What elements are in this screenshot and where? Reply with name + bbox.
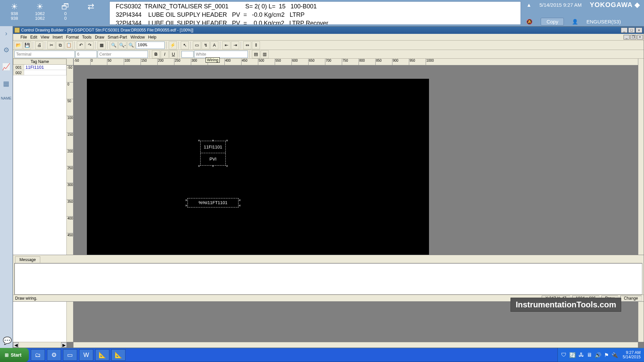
copy-icon[interactable]: ⧉ — [56, 41, 64, 49]
window-title: Control Drawing Builder - [Pjt:GSPCOGT S… — [21, 28, 193, 33]
monitor-icon[interactable]: 🖥 — [587, 352, 592, 358]
task-drawing-1[interactable]: 📐 — [95, 349, 109, 361]
menu-help[interactable]: Help — [148, 35, 157, 40]
tuning-icon[interactable]: ⚙ — [3, 46, 9, 54]
shield-icon[interactable]: 🛡 — [561, 352, 567, 358]
handle-icon[interactable]: × — [198, 138, 200, 142]
line-color-combo[interactable] — [194, 51, 248, 58]
handle-icon[interactable]: × — [212, 138, 214, 142]
menu-tools[interactable]: Tools — [82, 35, 92, 40]
dcs-pod-0[interactable]: ☀ 938 938 — [4, 2, 25, 24]
handle-icon[interactable]: × — [212, 164, 214, 168]
volume-icon[interactable]: 🔊 — [595, 352, 601, 358]
handle-icon[interactable]: × — [226, 164, 228, 168]
menu-edit[interactable]: Edit — [30, 35, 37, 40]
italic-icon[interactable]: I — [161, 50, 169, 58]
font-combo[interactable] — [14, 51, 75, 58]
size-combo[interactable] — [75, 51, 97, 58]
flag-icon[interactable]: ⚑ — [604, 352, 609, 358]
text-icon[interactable]: A — [210, 41, 218, 49]
chevron-right-icon[interactable]: › — [5, 29, 7, 37]
scroll-left-icon[interactable]: ◀ — [13, 342, 19, 348]
menu-draw[interactable]: Draw — [95, 35, 104, 40]
sheet-icon[interactable]: ▥ — [261, 50, 269, 58]
align-left-icon[interactable]: ⇤ — [222, 41, 230, 49]
tooltip: Wiring — [206, 57, 220, 63]
io-block[interactable]: %%I11FT1101 × × × × — [187, 198, 238, 207]
menu-file[interactable]: File — [20, 35, 27, 40]
menu-format[interactable]: Format — [66, 35, 79, 40]
grid-toggle-icon[interactable]: ▦ — [98, 41, 106, 49]
message-tab[interactable]: Message — [15, 256, 40, 263]
handle-icon[interactable]: × — [198, 164, 200, 168]
tag-panel: Tag Name 001 11FI1101 002 ◀ ▶ — [13, 59, 67, 348]
zoom-out-icon[interactable]: 🔍- — [118, 41, 126, 49]
pointer-icon[interactable]: ↖ — [181, 41, 189, 49]
zoom-fit-icon[interactable]: 🔍= — [127, 41, 135, 49]
underline-icon[interactable]: U — [169, 50, 177, 58]
function-block-pvi[interactable]: 11FI1101 PVI × × × × × × — [200, 141, 226, 166]
close-button[interactable]: × — [636, 27, 642, 33]
generate-icon[interactable]: ⚡ — [169, 41, 177, 49]
block-icon[interactable]: ▭ — [193, 41, 201, 49]
grid-icon[interactable]: ▦ — [3, 79, 9, 87]
zoom-combo[interactable] — [136, 42, 165, 49]
task-explorer[interactable]: 🗂 — [31, 349, 45, 361]
chat-icon[interactable]: 💬 — [3, 337, 12, 345]
task-drawing-2[interactable]: 📐 — [111, 349, 125, 361]
doc-close-button[interactable]: × — [637, 35, 643, 40]
taglist-row[interactable]: 002 — [13, 70, 66, 75]
redo-icon[interactable]: ↷ — [86, 41, 94, 49]
drawing-sheet[interactable]: 11FI1101 PVI × × × × × × %%I11FT1101 × ×… — [87, 79, 429, 280]
task-builder[interactable]: ▭ — [63, 349, 77, 361]
align-combo[interactable] — [98, 51, 148, 58]
align-right-icon[interactable]: ⇥ — [231, 41, 239, 49]
distribute-h-icon[interactable]: ⇔ — [243, 41, 251, 49]
start-button[interactable]: ⊞ Start — [0, 348, 29, 362]
line-color-swatch[interactable] — [181, 51, 194, 58]
taglist-row[interactable]: 001 11FI1101 — [13, 65, 66, 70]
usb-icon[interactable]: 🔌 — [611, 352, 618, 358]
ack-icon[interactable]: 🔕 — [526, 19, 533, 25]
task-word[interactable]: W — [79, 349, 93, 361]
cut-icon[interactable]: ✂ — [47, 41, 55, 49]
trend-icon[interactable]: 📈 — [2, 63, 10, 71]
wiring-icon[interactable]: ↯ — [202, 41, 210, 49]
scroll-up-icon[interactable]: ▲ — [526, 2, 531, 8]
dcs-pod-2[interactable]: 🗗 0 0 — [55, 2, 76, 24]
doc-minimize-button[interactable]: _ — [624, 35, 630, 40]
menu-insert[interactable]: Insert — [53, 35, 63, 40]
task-sysview[interactable]: ⚙ — [47, 349, 61, 361]
dcs-pod-1[interactable]: ☀ 1062 1062 — [30, 2, 50, 24]
minimize-button[interactable]: _ — [621, 27, 628, 33]
handle-icon[interactable]: × — [239, 201, 241, 210]
undo-icon[interactable]: ↶ — [77, 41, 85, 49]
name-button[interactable]: NAME — [1, 96, 12, 100]
titlebar[interactable]: Control Drawing Builder - [Pjt:GSPCOGT S… — [13, 26, 644, 34]
menu-smartpart[interactable]: Smart-Part — [108, 35, 127, 40]
message-area[interactable] — [14, 263, 642, 295]
handle-icon[interactable]: × — [185, 201, 187, 210]
save-icon[interactable]: 💾 — [23, 41, 31, 49]
dcs-pod-3[interactable]: ⇄ — [80, 2, 101, 24]
zoom-in-icon[interactable]: 🔍+ — [110, 41, 118, 49]
distribute-v-icon[interactable]: ⇕ — [252, 41, 260, 49]
tagpanel-hscroll[interactable]: ◀ ▶ — [13, 342, 67, 348]
menu-window[interactable]: Window — [130, 35, 145, 40]
bold-icon[interactable]: B — [152, 50, 160, 58]
scroll-right-icon[interactable]: ▶ — [61, 342, 67, 348]
paste-icon[interactable]: 📋 — [65, 41, 73, 49]
menu-view[interactable]: View — [41, 35, 49, 40]
sync-icon[interactable]: 🔄 — [569, 352, 576, 358]
maximize-button[interactable]: □ — [628, 27, 635, 33]
doc-restore-button[interactable]: ❐ — [630, 35, 636, 40]
canvas-hscroll[interactable] — [73, 342, 638, 348]
copy-button[interactable]: Copy — [541, 18, 564, 25]
handle-icon[interactable]: × — [226, 138, 228, 142]
user-icon[interactable]: 👤 — [572, 19, 578, 25]
tray-clock[interactable]: 9:27 AM 5/14/2015 — [623, 351, 641, 359]
print-icon[interactable]: 🖨 — [35, 41, 43, 49]
network-icon[interactable]: 🖧 — [579, 352, 584, 358]
page-setup-icon[interactable]: ▤ — [252, 50, 260, 58]
open-icon[interactable]: 📂 — [14, 41, 22, 49]
